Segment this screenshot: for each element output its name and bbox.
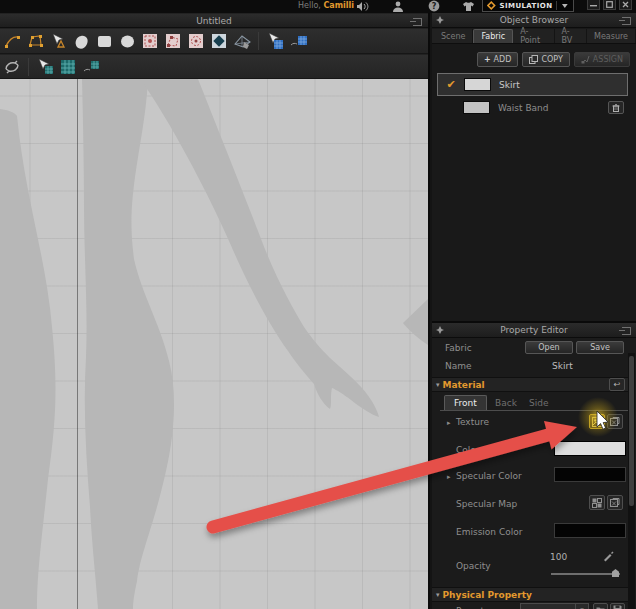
move-pattern-2d-tool-icon[interactable] bbox=[81, 57, 101, 77]
delete-fabric-button[interactable] bbox=[608, 101, 624, 114]
fabric-swatch[interactable] bbox=[463, 101, 490, 114]
restore-button[interactable] bbox=[603, 0, 616, 10]
copy-label: COPY bbox=[541, 55, 562, 64]
tab-measure[interactable]: Measure bbox=[587, 29, 636, 43]
opacity-slider-handle[interactable] bbox=[612, 569, 619, 577]
select-pattern-2d-tool-icon[interactable] bbox=[35, 57, 55, 77]
specular-map-open-button[interactable] bbox=[589, 495, 605, 510]
tab-fabric[interactable]: Fabric bbox=[473, 29, 513, 43]
pin-panel-icon[interactable] bbox=[436, 16, 444, 24]
scrollbar-thumb[interactable] bbox=[629, 356, 634, 506]
tab-a-bv[interactable]: A-BV bbox=[555, 29, 588, 43]
fabric-list-item-waist-band[interactable]: Waist Band bbox=[437, 98, 628, 117]
property-editor-header[interactable]: Property Editor bbox=[432, 323, 636, 338]
tab-front[interactable]: Front bbox=[444, 395, 487, 410]
preset-open-button[interactable] bbox=[593, 603, 608, 609]
property-editor-title: Property Editor bbox=[500, 325, 568, 335]
color-swatch[interactable] bbox=[554, 441, 626, 456]
create-rectangle-tool-icon[interactable] bbox=[94, 31, 114, 51]
undock-panel-icon[interactable] bbox=[622, 327, 631, 335]
opacity-label: Opacity bbox=[456, 561, 491, 571]
create-internal-polygon-tool-icon[interactable] bbox=[163, 31, 183, 51]
edit-curve-tool-icon[interactable] bbox=[2, 31, 22, 51]
add-label: ADD bbox=[494, 55, 512, 64]
active-check-icon: ✔ bbox=[438, 78, 464, 91]
close-button[interactable] bbox=[619, 0, 632, 10]
fabric-list-item-skirt[interactable]: ✔ Skirt bbox=[437, 73, 628, 96]
divider bbox=[556, 1, 557, 10]
property-editor: Property Editor Fabric Open Save Name Sk… bbox=[432, 321, 636, 609]
specular-color-label: Specular Color bbox=[456, 471, 522, 481]
toolbar-separator bbox=[28, 58, 29, 76]
opacity-slider-track[interactable] bbox=[551, 573, 620, 575]
select-texture-tool-icon[interactable] bbox=[265, 31, 285, 51]
toolbar-separator bbox=[258, 32, 259, 50]
create-dart-tool-icon[interactable] bbox=[140, 31, 160, 51]
specular-color-swatch[interactable] bbox=[554, 467, 626, 482]
pattern-window-title-bar[interactable]: Untitled bbox=[0, 14, 428, 28]
copy-fabric-button[interactable]: COPY bbox=[522, 52, 569, 67]
pattern-texture-2d-tool-icon[interactable] bbox=[58, 57, 78, 77]
name-value[interactable]: Skirt bbox=[552, 361, 573, 371]
save-button[interactable]: Save bbox=[576, 341, 624, 354]
sync-2d-3d-icon[interactable] bbox=[2, 57, 22, 77]
folder-icon bbox=[596, 606, 605, 609]
open-button[interactable]: Open bbox=[525, 341, 573, 354]
add-fabric-button[interactable]: + ADD bbox=[477, 52, 519, 67]
emission-color-label: Emission Color bbox=[456, 527, 522, 537]
physical-property-section-header[interactable]: ▾ Physical Property bbox=[432, 587, 628, 602]
property-editor-scrollbar[interactable] bbox=[628, 353, 635, 609]
material-section-header[interactable]: ▾ Material bbox=[432, 377, 628, 392]
collapse-icon[interactable]: ▾ bbox=[436, 381, 440, 389]
user-icon[interactable] bbox=[390, 0, 406, 12]
object-browser-title: Object Browser bbox=[500, 15, 569, 25]
pattern-window-title: Untitled bbox=[196, 16, 232, 26]
object-browser-header[interactable]: Object Browser bbox=[432, 13, 636, 28]
simulation-button[interactable]: SIMULATION bbox=[482, 0, 574, 12]
dropdown-arrow-icon: ▾ bbox=[575, 604, 588, 609]
create-circle-tool-icon[interactable] bbox=[117, 31, 137, 51]
preset-save-button[interactable] bbox=[610, 603, 625, 609]
simulation-diamond-icon bbox=[487, 1, 496, 10]
reset-material-button[interactable]: ↩ bbox=[609, 378, 625, 391]
preset-dropdown[interactable]: ▾ bbox=[520, 603, 589, 609]
avatar-shirt-icon[interactable] bbox=[460, 0, 476, 12]
help-icon[interactable]: ? bbox=[426, 0, 442, 12]
undock-panel-icon[interactable] bbox=[622, 17, 631, 25]
tab-scene[interactable]: Scene bbox=[434, 29, 473, 43]
edit-polygon-tool-icon[interactable] bbox=[25, 31, 45, 51]
expand-specular-icon[interactable]: ▸ bbox=[447, 473, 451, 481]
opacity-pen-icon[interactable] bbox=[602, 550, 614, 562]
edit-texture-tool-icon[interactable] bbox=[288, 31, 308, 51]
create-buttonhole-tool-icon[interactable] bbox=[209, 31, 229, 51]
pin-panel-icon[interactable] bbox=[436, 326, 444, 334]
edit-3d-pen-tool-icon[interactable] bbox=[232, 31, 252, 51]
speaker-icon[interactable] bbox=[354, 0, 370, 12]
create-internal-circle-tool-icon[interactable] bbox=[186, 31, 206, 51]
create-polygon-tool-icon[interactable] bbox=[71, 31, 91, 51]
username: Camilli bbox=[323, 1, 354, 10]
material-section-label: Material bbox=[443, 380, 485, 390]
minimize-icon bbox=[590, 2, 597, 7]
fabric-swatch[interactable] bbox=[464, 78, 491, 91]
svg-text:?: ? bbox=[432, 2, 437, 11]
expand-texture-icon[interactable]: ▸ bbox=[447, 419, 451, 427]
assign-fabric-button[interactable]: ASSIGN bbox=[574, 52, 630, 67]
texture-open-button[interactable] bbox=[589, 414, 605, 429]
tab-side[interactable]: Side bbox=[520, 395, 557, 410]
texture-remove-button[interactable] bbox=[607, 414, 623, 429]
map-grid-icon bbox=[592, 498, 602, 508]
collapse-icon[interactable]: ▾ bbox=[436, 591, 440, 599]
specular-map-remove-button[interactable] bbox=[607, 495, 623, 510]
emission-color-swatch[interactable] bbox=[554, 523, 626, 538]
minimize-button[interactable] bbox=[587, 0, 600, 10]
opacity-value[interactable]: 100 bbox=[550, 552, 567, 562]
pattern-toolbar-secondary bbox=[0, 55, 428, 79]
remove-texture-icon bbox=[610, 417, 620, 427]
pattern-2d-viewport[interactable] bbox=[0, 79, 428, 609]
fabric-name: Skirt bbox=[499, 80, 627, 90]
texture-label: Texture bbox=[456, 417, 489, 427]
transform-pattern-tool-icon[interactable] bbox=[48, 31, 68, 51]
undock-panel-icon[interactable] bbox=[413, 18, 422, 26]
tab-a-point[interactable]: A-Point bbox=[513, 29, 554, 43]
